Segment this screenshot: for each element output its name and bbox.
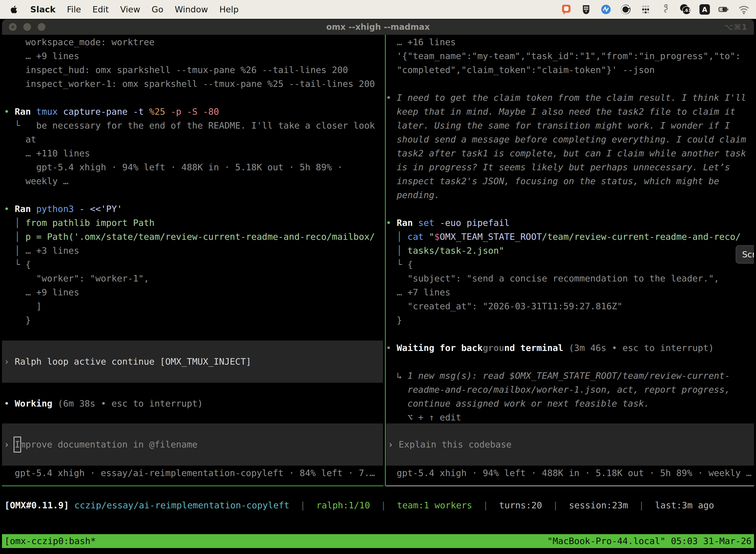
prompt-icon: ›	[388, 439, 398, 449]
terminal-line: should send a message before completing …	[386, 132, 754, 147]
terminal-text-segment: readme-and-reco/mailbox/worker-1.json, a…	[407, 384, 730, 395]
terminal-text-segment: |	[472, 500, 499, 510]
terminal-text-segment: Ran	[397, 218, 418, 228]
terminal-text-segment: }	[4, 315, 31, 325]
working-status-line: • Working (6m 38s • esc to interrupt)	[4, 397, 203, 410]
terminal-text-segment: "	[429, 232, 434, 242]
wifi-icon[interactable]	[738, 4, 750, 15]
terminal-line: • Ran python3 - <<'PY'	[4, 202, 383, 216]
terminal-line: is in progress? It seems likely but perh…	[386, 160, 754, 174]
terminal-line: "subject": "send a concise recommendatio…	[386, 272, 754, 285]
terminal-text-segment: workspace_mode: worktree	[4, 37, 154, 47]
menu-item-edit[interactable]: Edit	[92, 4, 109, 14]
terminal-content: workspace_mode: worktree … +9 lines insp…	[2, 35, 754, 554]
terminal-line: inspect task2's JSON, focusing on the st…	[386, 174, 754, 188]
terminal-line: • I need to get the claim token from the…	[386, 91, 754, 105]
right-prompt-input[interactable]: › Explain this codebase	[386, 424, 754, 466]
prompt-icon: ›	[4, 439, 15, 449]
screen-tooltip: Scre	[736, 245, 754, 264]
terminal-line: • Working (6m 38s • esc to interrupt)	[4, 397, 203, 410]
tmux-session-window[interactable]: [omx-cczip0:bash*	[4, 534, 96, 548]
menu-item-app[interactable]: Slack	[30, 4, 56, 14]
terminal-line: │ tasks/task-2.json"	[386, 244, 754, 258]
terminal-line: at	[4, 132, 383, 147]
right-pane-status-line: gpt-5.4 xhigh · 94% left · 488K in · 5.1…	[386, 466, 752, 480]
terminal-line: │ cat "$OMX_TEAM_STATE_ROOT/team/review-…	[386, 230, 754, 244]
terminal-text-segment: capture-pane	[63, 107, 133, 117]
menu-item-go[interactable]: Go	[151, 4, 163, 14]
terminal-text-segment: nd terminal	[504, 343, 569, 353]
terminal-text-segment: }	[386, 315, 402, 325]
terminal-text-segment: turns:20	[499, 500, 542, 510]
terminal-text-segment: '{"team_name":"my-team","task_id":"1","f…	[386, 51, 741, 61]
squiggle-icon[interactable]	[660, 4, 671, 15]
terminal-line: inspect_worker-1: omx sparkshell --tmux-…	[4, 77, 383, 91]
terminal-text-segment: ralph:1/10	[316, 500, 370, 510]
terminal-text-segment: weekly …	[4, 176, 68, 186]
terminal-text-segment: continue assigned work or next feasible …	[407, 398, 649, 408]
pane-divider[interactable]	[385, 35, 386, 486]
terminal-text-segment: cat	[407, 232, 429, 242]
terminal-text-segment: •	[386, 343, 397, 353]
terminal-line: … +110 lines	[4, 147, 383, 160]
terminal-text-segment: (3m 46s • esc to interrupt)	[569, 343, 714, 353]
terminal-text-segment: •	[4, 107, 15, 117]
terminal-text-segment: │	[386, 232, 407, 242]
terminal-text-segment: ↳	[386, 371, 407, 381]
terminal-text-segment: •	[4, 204, 15, 214]
apple-menu-icon[interactable]	[10, 5, 19, 14]
menu-item-view[interactable]: View	[120, 4, 140, 14]
terminal-line	[386, 77, 754, 91]
pulse-icon[interactable]	[600, 4, 612, 15]
terminal-text-segment: should send a message before completing …	[397, 134, 746, 145]
left-prompt-input[interactable]: › Improve documentation in @filename	[2, 424, 383, 466]
terminal-line: └ {	[4, 258, 383, 272]
terminal-line: weekly …	[4, 174, 383, 188]
terminal-text-segment: |	[542, 500, 569, 510]
terminal-line: pending.	[386, 188, 754, 202]
terminal-text-segment: - <<'PY'	[79, 204, 122, 214]
terminal-text-segment: is in progress? It seems likely but perh…	[397, 162, 730, 172]
dots-grid-icon[interactable]	[640, 4, 651, 15]
terminal-text-segment: last:3m ago	[655, 500, 714, 510]
shield-icon[interactable]	[580, 4, 592, 15]
terminal-text-segment: └	[4, 120, 20, 130]
input-placeholder: Explain this codebase	[398, 439, 511, 449]
menu-item-window[interactable]: Window	[175, 4, 208, 14]
input-source-icon[interactable]: A	[699, 4, 710, 15]
terminal-text-segment: inspect task2's JSON, focusing on the st…	[397, 176, 719, 186]
terminal-text-segment: └ {	[4, 259, 31, 270]
terminal-text-segment: -t	[133, 107, 149, 117]
right-pane-border-bottom	[386, 486, 754, 486]
terminal-text-segment: … +3 lines	[25, 245, 79, 256]
terminal-line: │ from pathlib import Path	[4, 216, 383, 230]
terminal-text-segment	[386, 120, 397, 130]
menu-item-help[interactable]: Help	[219, 4, 239, 14]
terminal-line: "worker": "worker-1",	[4, 272, 383, 285]
menu-item-file[interactable]: File	[67, 4, 81, 14]
title-bar[interactable]: omx --xhigh --madmax ⌥⌘1	[2, 19, 754, 35]
battery-charging-icon[interactable]	[718, 4, 730, 15]
right-pane-scrollback: … +16 lines '{"team_name":"my-team","tas…	[386, 35, 754, 425]
terminal-text-segment: … +110 lines	[4, 148, 90, 158]
terminal-window: omx --xhigh --madmax ⌥⌘1 workspace_mode:…	[2, 19, 754, 554]
terminal-text-segment: inspect_worker-1: omx sparkshell --tmux-…	[4, 79, 375, 89]
refresh-icon[interactable]	[620, 4, 631, 15]
terminal-text-segment: … +9 lines	[4, 287, 79, 297]
chat-badge-icon[interactable]	[561, 4, 572, 15]
terminal-text-segment: Ralph loop active continue [OMX_TMUX_INJ…	[15, 356, 251, 367]
terminal-text-segment: I need to get the claim token from the c…	[397, 93, 746, 103]
terminal-text-segment: at	[4, 134, 36, 145]
terminal-text-segment: … +16 lines	[386, 37, 456, 47]
terminal-text-segment: be necessary for the end of the README. …	[20, 120, 375, 130]
timer-badge-icon[interactable]: ..61	[680, 4, 691, 15]
terminal-text-segment: -S	[187, 107, 203, 117]
terminal-line: │ … +3 lines	[4, 244, 383, 258]
tmux-host-clock: "MacBook-Pro-44.local" 05:03 31-Mar-26	[547, 534, 752, 548]
terminal-text-segment: pending.	[397, 190, 440, 200]
terminal-text-segment: -80	[203, 107, 219, 117]
terminal-text-segment: "created_at": "2026-03-31T11:59:27.816Z"	[386, 301, 623, 311]
terminal-text-segment: session:23m	[569, 500, 628, 510]
terminal-text-segment: ›	[4, 356, 15, 367]
input-placeholder: mprove documentation in @filename	[20, 439, 197, 449]
